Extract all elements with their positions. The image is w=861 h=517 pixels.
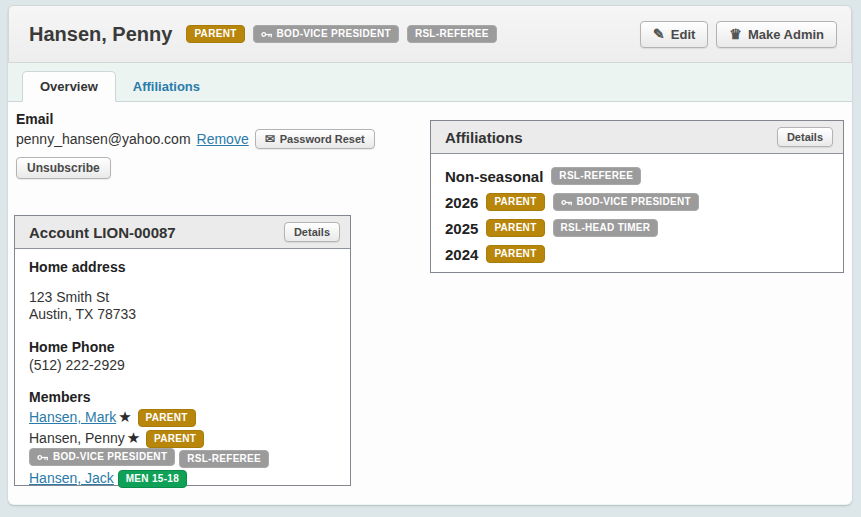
badge-men-15-18: MEN 15-18: [118, 470, 187, 488]
badge-parent: PARENT: [138, 409, 196, 427]
affiliation-row: 2025 PARENT RSL-HEAD TIMER: [445, 219, 829, 237]
badge-parent: PARENT: [486, 219, 544, 237]
key-icon: [261, 30, 273, 39]
star-icon: ★: [127, 429, 140, 446]
affiliation-row: 2026 PARENT BOD-VICE PRESIDENT: [445, 193, 829, 211]
affiliations-panel-header: Affiliations Details: [431, 121, 843, 154]
badge-parent: PARENT: [146, 430, 204, 448]
members-heading: Members: [29, 389, 336, 405]
home-phone-heading: Home Phone: [29, 339, 336, 355]
badge-label: BOD-VICE PRESIDENT: [577, 196, 691, 208]
pencil-icon: ✎: [653, 28, 665, 40]
badge-bod-vice-president: BOD-VICE PRESIDENT: [553, 193, 699, 211]
badge-parent: PARENT: [186, 25, 244, 43]
badge-parent: PARENT: [486, 193, 544, 211]
account-details-button[interactable]: Details: [284, 222, 340, 242]
crown-icon: ♛: [729, 28, 742, 40]
remove-email-link[interactable]: Remove: [197, 131, 249, 147]
password-reset-button[interactable]: ✉ Password Reset: [255, 129, 375, 149]
badge-parent: PARENT: [486, 245, 544, 263]
affiliations-panel-title: Affiliations: [445, 129, 523, 146]
key-icon: [37, 453, 49, 462]
member-link-hansen-mark[interactable]: Hansen, Mark: [29, 409, 116, 425]
affiliation-period: 2026: [445, 194, 478, 211]
member-detail-card: Hansen, Penny PARENT BOD-VICE PRESIDENT …: [8, 5, 852, 505]
affiliations-panel: Affiliations Details Non-seasonal RSL-RE…: [430, 120, 844, 273]
password-reset-label: Password Reset: [280, 133, 365, 145]
home-phone-value: (512) 222-2929: [29, 357, 336, 373]
badge-label: BOD-VICE PRESIDENT: [53, 451, 167, 463]
badge-rsl-referee: RSL-REFEREE: [551, 167, 641, 185]
badge-bod-vice-president: BOD-VICE PRESIDENT: [253, 25, 399, 43]
star-icon: ★: [118, 408, 131, 425]
member-row: Hansen, Mark★ PARENT: [29, 407, 336, 427]
badge-label: BOD-VICE PRESIDENT: [277, 28, 391, 40]
member-link-hansen-jack[interactable]: Hansen, Jack: [29, 470, 114, 486]
edit-button[interactable]: ✎ Edit: [640, 21, 708, 48]
page-title: Hansen, Penny: [29, 23, 172, 46]
overview-tab-content: Email penny_hansen@yahoo.com Remove ✉ Pa…: [8, 102, 852, 504]
unsubscribe-button[interactable]: Unsubscribe: [16, 157, 111, 179]
affiliation-period: Non-seasonal: [445, 168, 543, 185]
tab-affiliations[interactable]: Affiliations: [116, 72, 217, 101]
key-icon: [561, 198, 573, 207]
edit-button-label: Edit: [671, 27, 696, 42]
account-panel: Account LION-00087 Details Home address …: [14, 215, 351, 486]
address-line: Austin, TX 78733: [29, 306, 336, 323]
badge-bod-vice-president: BOD-VICE PRESIDENT: [29, 448, 175, 466]
member-row: Hansen, Jack MEN 15-18: [29, 469, 336, 488]
email-heading: Email: [16, 111, 375, 127]
make-admin-button-label: Make Admin: [748, 27, 824, 42]
tab-overview[interactable]: Overview: [22, 71, 116, 102]
member-row: Hansen, Penny★ PARENT BOD-VICE PRESIDENT…: [29, 428, 336, 468]
badge-rsl-referee: RSL-REFEREE: [179, 450, 269, 468]
envelope-icon: ✉: [265, 133, 275, 145]
address-line: 123 Smith St: [29, 289, 336, 306]
home-address-heading: Home address: [29, 259, 336, 275]
affiliations-details-button[interactable]: Details: [777, 127, 833, 147]
email-address: penny_hansen@yahoo.com: [16, 131, 191, 147]
member-header: Hansen, Penny PARENT BOD-VICE PRESIDENT …: [8, 5, 852, 63]
affiliation-row: 2024 PARENT: [445, 245, 829, 263]
member-name-hansen-penny: Hansen, Penny: [29, 430, 125, 446]
account-panel-header: Account LION-00087 Details: [15, 216, 350, 249]
account-panel-title: Account LION-00087: [29, 224, 176, 241]
tab-bar: Overview Affiliations: [8, 63, 852, 102]
make-admin-button[interactable]: ♛ Make Admin: [716, 21, 837, 48]
email-section: Email penny_hansen@yahoo.com Remove ✉ Pa…: [16, 111, 375, 179]
badge-rsl-referee: RSL-REFEREE: [407, 25, 497, 43]
affiliation-period: 2025: [445, 220, 478, 237]
affiliation-row: Non-seasonal RSL-REFEREE: [445, 167, 829, 185]
badge-rsl-head-timer: RSL-HEAD TIMER: [553, 219, 659, 237]
affiliation-period: 2024: [445, 246, 478, 263]
